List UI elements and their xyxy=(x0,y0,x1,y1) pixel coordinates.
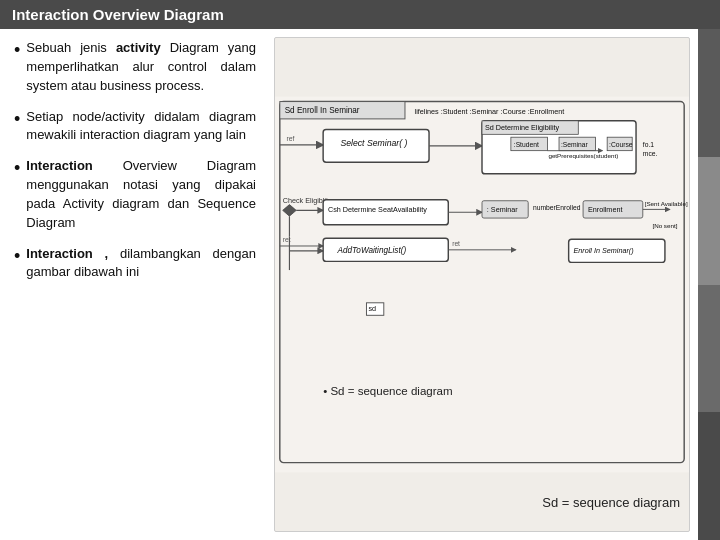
bullet-icon: • xyxy=(14,41,20,59)
svg-text:lifelines  :Student  :Seminar : lifelines :Student :Seminar :Course :Enr… xyxy=(415,107,565,116)
right-sidebar xyxy=(698,29,720,540)
highlight-activity: activity xyxy=(116,40,161,55)
list-item: • Interaction Overview Diagram menggunak… xyxy=(14,157,256,232)
svg-text:Enrollment: Enrollment xyxy=(588,205,623,214)
sidebar-block-2 xyxy=(698,157,720,285)
bullet-text-2: Setiap node/activity didalam diagram mew… xyxy=(26,108,256,146)
svg-text:[No sent]: [No sent] xyxy=(652,222,677,229)
svg-text:numberEnrolled: numberEnrolled xyxy=(533,204,581,211)
svg-text:sd: sd xyxy=(368,304,376,313)
svg-text:Enroll In Seminar(): Enroll In Seminar() xyxy=(573,246,633,255)
svg-text:ref: ref xyxy=(287,135,295,142)
svg-text:Sd Determine Eligibility: Sd Determine Eligibility xyxy=(485,123,560,132)
svg-text:• Sd = sequence diagram: • Sd = sequence diagram xyxy=(323,385,453,397)
svg-text:: Seminar: : Seminar xyxy=(487,205,518,214)
main-content: • Sebuah jenis activity Diagram yang mem… xyxy=(0,29,720,540)
svg-text:getPrerequisites(student): getPrerequisites(student) xyxy=(548,152,618,159)
sd-note-text: Sd = sequence diagram xyxy=(542,495,680,510)
sidebar-block-1 xyxy=(698,29,720,157)
list-item: • Interaction , dilambangkan dengan gamb… xyxy=(14,245,256,283)
uml-diagram: Sd Enroll In Seminar lifelines :Student … xyxy=(275,38,689,531)
bullet-text-1: Sebuah jenis activity Diagram yang mempe… xyxy=(26,39,256,96)
bullet-text-3: Interaction Overview Diagram menggunakan… xyxy=(26,157,256,232)
page-title: Interaction Overview Diagram xyxy=(12,6,224,23)
svg-text:Sd  Enroll In Seminar: Sd Enroll In Seminar xyxy=(285,106,360,115)
bullet-list: • Sebuah jenis activity Diagram yang mem… xyxy=(14,39,256,282)
bullet-text-4: Interaction , dilambangkan dengan gambar… xyxy=(26,245,256,283)
sd-note-area: Sd = sequence diagram xyxy=(280,495,688,510)
svg-text:[Sent Available]: [Sent Available] xyxy=(645,200,688,207)
diagram-panel: Sd Enroll In Seminar lifelines :Student … xyxy=(270,29,698,540)
svg-text::Student: :Student xyxy=(514,141,539,148)
svg-text:fo.1: fo.1 xyxy=(643,141,654,148)
sidebar-block-3 xyxy=(698,285,720,413)
title-bar: Interaction Overview Diagram xyxy=(0,0,720,29)
svg-text:mce.: mce. xyxy=(643,150,658,157)
page: Interaction Overview Diagram • Sebuah je… xyxy=(0,0,720,540)
svg-text:Select Seminar( ): Select Seminar( ) xyxy=(340,138,407,148)
highlight-interaction2: Interaction , xyxy=(26,246,108,261)
svg-text:Csh Determine SeatAvailability: Csh Determine SeatAvailability xyxy=(328,205,427,214)
svg-text:ret: ret xyxy=(452,240,460,247)
svg-text:AddToWaitingList(): AddToWaitingList() xyxy=(337,246,407,255)
list-item: • Sebuah jenis activity Diagram yang mem… xyxy=(14,39,256,96)
svg-text::Seminar: :Seminar xyxy=(561,141,589,148)
bullet-icon: • xyxy=(14,247,20,265)
bullet-icon: • xyxy=(14,159,20,177)
list-item: • Setiap node/activity didalam diagram m… xyxy=(14,108,256,146)
svg-text::Course: :Course xyxy=(609,141,633,148)
diagram-image-area: Sd Enroll In Seminar lifelines :Student … xyxy=(274,37,690,532)
sidebar-block-4 xyxy=(698,412,720,540)
bullet-icon: • xyxy=(14,110,20,128)
text-panel: • Sebuah jenis activity Diagram yang mem… xyxy=(0,29,270,540)
highlight-interaction: Interaction xyxy=(26,158,92,173)
svg-text:ret: ret xyxy=(283,236,291,243)
